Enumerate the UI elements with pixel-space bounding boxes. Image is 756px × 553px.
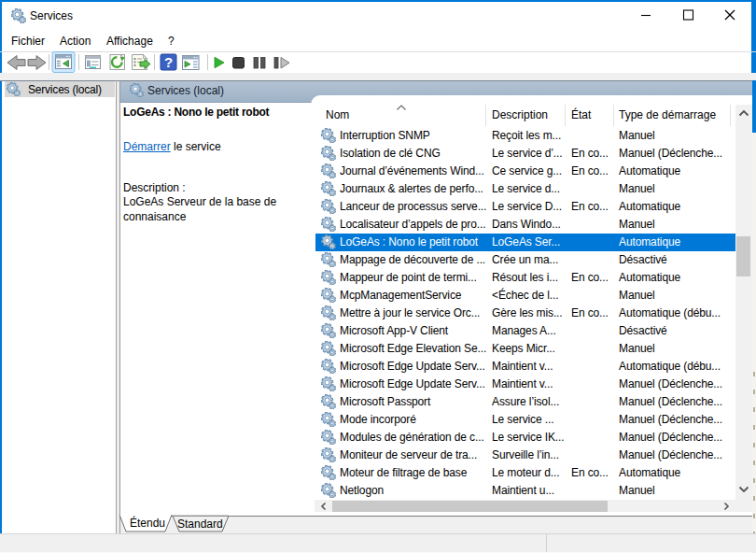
svg-text:?: ? (164, 54, 173, 70)
